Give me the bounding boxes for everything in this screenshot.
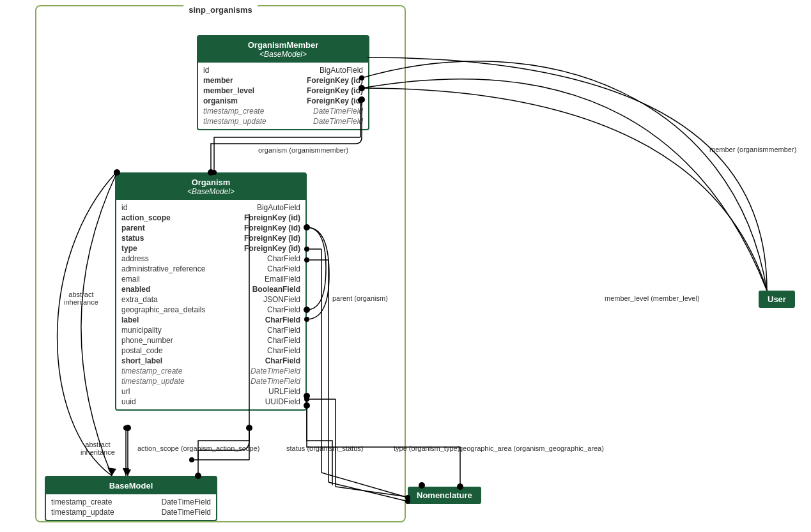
field-name: timestamp_update — [203, 117, 266, 126]
field-type: CharField — [267, 336, 300, 345]
table-row: municipality CharField — [116, 325, 305, 335]
type-label: type (organism_type) — [394, 445, 460, 452]
field-name: short_label — [121, 356, 162, 365]
table-row: parent ForeignKey (id) — [116, 223, 305, 233]
field-type: BigAutoField — [320, 66, 363, 75]
field-type: DateTimeField — [161, 508, 211, 517]
field-type: CharField — [267, 326, 300, 335]
table-row: short_label CharField — [116, 356, 305, 366]
table-row: member ForeignKey (id) — [198, 75, 368, 86]
field-name: member_level — [203, 86, 254, 95]
user-box: User — [759, 291, 795, 308]
table-row: extra_data JSONField — [116, 294, 305, 305]
field-type: BigAutoField — [257, 203, 300, 212]
table-row: status ForeignKey (id) — [116, 233, 305, 243]
field-type: ForeignKey (id) — [307, 76, 363, 85]
field-name: status — [121, 234, 144, 243]
table-row: phone_number CharField — [116, 335, 305, 346]
field-name: timestamp_create — [203, 107, 264, 116]
field-name: timestamp_update — [121, 377, 185, 386]
geographic-area-label: geographic_area (organism_geographic_are… — [459, 445, 604, 452]
field-name: address — [121, 254, 149, 263]
table-row: timestamp_create DateTimeField — [46, 497, 216, 507]
field-type: URLField — [268, 387, 300, 396]
field-name: url — [121, 387, 130, 396]
field-type: UUIDField — [265, 397, 300, 406]
field-type: BooleanField — [252, 285, 300, 294]
table-row: type ForeignKey (id) — [116, 243, 305, 254]
field-type: CharField — [267, 305, 300, 314]
table-row: timestamp_update DateTimeField — [198, 116, 368, 126]
group-label: sinp_organisms — [183, 5, 258, 15]
base-model-title: BaseModel — [51, 481, 211, 490]
field-name: geographic_area_details — [121, 305, 205, 314]
table-row: organism ForeignKey (id) — [198, 96, 368, 106]
status-label: status (organism_status) — [286, 445, 363, 452]
table-row: timestamp_create DateTimeField — [198, 106, 368, 116]
field-name: extra_data — [121, 295, 158, 304]
organism-organismmember-label: organism (organismmember) — [258, 146, 348, 154]
field-name: phone_number — [121, 336, 173, 345]
organism-body: id BigAutoField action_scope ForeignKey … — [116, 200, 305, 409]
table-row: timestamp_create DateTimeField — [116, 366, 305, 376]
table-row: action_scope ForeignKey (id) — [116, 213, 305, 223]
organism-member-table: OrganismMember <BaseModel> id BigAutoFie… — [197, 35, 369, 130]
field-name: timestamp_update — [51, 508, 114, 517]
nomenclature-box: Nomenclature — [408, 487, 481, 504]
parent-organism-label: parent (organism) — [332, 294, 388, 302]
table-row: timestamp_update DateTimeField — [116, 376, 305, 386]
base-model-header: BaseModel — [46, 477, 216, 494]
organism-member-header: OrganismMember <BaseModel> — [198, 36, 368, 63]
field-type: ForeignKey (id) — [307, 86, 363, 95]
field-type: ForeignKey (id) — [244, 234, 300, 243]
table-row: member_level ForeignKey (id) — [198, 86, 368, 96]
base-model-table: BaseModel timestamp_create DateTimeField… — [45, 476, 217, 521]
action-scope-label: action_scope (organism_action_scope) — [137, 445, 259, 452]
field-type: CharField — [267, 346, 300, 355]
field-type: DateTimeField — [313, 107, 363, 116]
table-row: id BigAutoField — [198, 65, 368, 75]
field-type: DateTimeField — [251, 377, 300, 386]
organism-header: Organism <BaseModel> — [116, 174, 305, 200]
field-type: ForeignKey (id) — [307, 96, 363, 105]
user-label: User — [768, 294, 786, 304]
organism-title: Organism — [121, 178, 300, 187]
table-row: url URLField — [116, 386, 305, 397]
table-row: address CharField — [116, 254, 305, 264]
table-row: geographic_area_details CharField — [116, 305, 305, 315]
field-name: type — [121, 244, 137, 253]
field-type: CharField — [265, 315, 300, 324]
field-type: JSONField — [263, 295, 300, 304]
field-name: enabled — [121, 285, 150, 294]
field-name: member — [203, 76, 233, 85]
member-level-label: member_level (member_level) — [605, 294, 700, 302]
field-name: postal_code — [121, 346, 163, 355]
organism-member-title: OrganismMember — [203, 40, 363, 50]
field-type: DateTimeField — [161, 498, 211, 506]
field-type: EmailField — [265, 275, 300, 284]
table-row: uuid UUIDField — [116, 397, 305, 407]
field-name: id — [203, 66, 209, 75]
nomenclature-label: Nomenclature — [417, 490, 472, 500]
field-name: administrative_reference — [121, 264, 205, 273]
base-model-body: timestamp_create DateTimeField timestamp… — [46, 494, 216, 520]
field-type: CharField — [265, 356, 300, 365]
field-name: action_scope — [121, 213, 171, 222]
organism-subtitle: <BaseModel> — [121, 187, 300, 196]
diagram-container: sinp_organisms OrganismMember <BaseModel… — [0, 0, 811, 532]
field-name: timestamp_create — [51, 498, 112, 506]
organism-member-subtitle: <BaseModel> — [203, 50, 363, 59]
field-type: DateTimeField — [251, 367, 300, 376]
field-type: ForeignKey (id) — [244, 244, 300, 253]
field-type: CharField — [267, 254, 300, 263]
table-row: enabled BooleanField — [116, 284, 305, 294]
field-name: municipality — [121, 326, 162, 335]
abstract-inheritance-2-label: abstractinheritance — [81, 441, 115, 456]
field-type: ForeignKey (id) — [244, 224, 300, 232]
table-row: administrative_reference CharField — [116, 264, 305, 274]
field-name: email — [121, 275, 140, 284]
field-type: DateTimeField — [313, 117, 363, 126]
table-row: id BigAutoField — [116, 202, 305, 213]
table-row: email EmailField — [116, 274, 305, 284]
field-name: label — [121, 315, 139, 324]
